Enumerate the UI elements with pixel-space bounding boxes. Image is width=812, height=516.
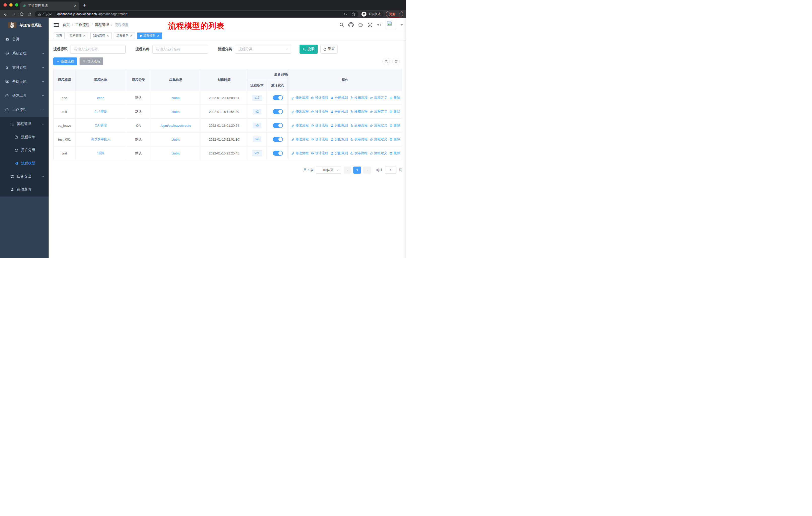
close-icon[interactable]: ✕ [107,34,109,37]
design-process-link[interactable]: 设计流程 [311,137,328,142]
sidebar-item-process-model[interactable]: 流程模型 [0,157,49,170]
reset-button[interactable]: 重置 [320,45,338,54]
home-button[interactable] [27,11,33,17]
breadcrumb-item[interactable]: 首页 [63,23,70,27]
app-logo[interactable]: 芋道管理系统 [0,18,49,32]
browser-tab[interactable]: 芋道管理系统 ✕ [20,1,79,10]
active-toggle[interactable] [273,151,283,156]
delete-process-link[interactable]: 删除 [389,96,400,100]
process-name-link[interactable]: 滔博 [97,151,104,155]
process-name-input[interactable] [152,45,208,54]
assign-rule-link[interactable]: 分配规则 [330,96,348,100]
font-size-icon[interactable]: ᴛT [377,23,381,27]
process-definition-link[interactable]: 流程定义 [370,137,387,142]
form-info-link[interactable]: biubiu [171,138,180,141]
form-info-link[interactable]: /bpm/oa/leave/create [161,124,191,128]
process-definition-link[interactable]: 流程定义 [370,123,387,128]
sidebar-item-devtools[interactable]: 研发工具 [0,89,49,103]
publish-process-link[interactable]: 发布流程 [350,151,368,156]
delete-process-link[interactable]: 删除 [389,151,400,156]
page-number-1[interactable]: 1 [353,166,361,173]
close-icon[interactable]: ✕ [130,34,133,37]
delete-process-link[interactable]: 删除 [389,109,400,114]
sidebar-item-home[interactable]: 首页 [0,32,49,46]
design-process-link[interactable]: 设计流程 [311,151,328,156]
tab-close-icon[interactable]: ✕ [74,4,77,7]
page-size-select[interactable]: 10条/页 [316,166,341,173]
process-name-link[interactable]: eeee [97,96,105,100]
refresh-table-button[interactable] [392,58,400,65]
publish-process-link[interactable]: 发布流程 [350,96,368,100]
tag-process-model[interactable]: 流程模型✕ [137,32,162,39]
search-button[interactable]: 搜索 [299,45,318,54]
prev-page-button[interactable]: ‹ [344,166,351,173]
avatar[interactable] [386,20,396,30]
design-process-link[interactable]: 设计流程 [311,109,328,114]
active-toggle[interactable] [273,95,283,100]
close-icon[interactable]: ✕ [157,34,159,37]
search-icon[interactable] [339,22,344,27]
process-definition-link[interactable]: 流程定义 [370,151,387,156]
tag-my-process[interactable]: 我的流程✕ [90,32,112,39]
sidebar-item-workflow[interactable]: 工作流程 [0,103,49,117]
next-page-button[interactable]: › [363,166,371,173]
bookmark-star-icon[interactable] [351,12,356,17]
form-info-link[interactable]: biubiu [171,110,180,114]
publish-process-link[interactable]: 发布流程 [350,137,368,142]
edit-process-link[interactable]: 修改流程 [291,137,309,142]
import-process-button[interactable]: 导入流程 [80,57,103,65]
assign-rule-link[interactable]: 分配规则 [330,137,348,142]
caret-down-icon[interactable] [401,24,403,26]
form-info-link[interactable]: biubiu [171,152,180,155]
reload-button[interactable] [19,11,25,17]
back-button[interactable] [2,11,8,17]
window-minimize-button[interactable] [9,3,12,6]
edit-process-link[interactable]: 修改流程 [291,151,309,156]
sidebar-item-process-form[interactable]: 流程表单 [0,131,49,144]
assign-rule-link[interactable]: 分配规则 [330,151,348,156]
breadcrumb-item[interactable]: 工作流程 [75,23,89,27]
browser-update-button[interactable]: 更新 ⋮ [386,11,403,18]
window-close-button[interactable] [3,3,7,6]
window-zoom-button[interactable] [15,3,18,6]
tag-tenant[interactable]: 租户管理✕ [67,32,88,39]
active-toggle[interactable] [273,109,283,114]
process-definition-link[interactable]: 流程定义 [370,109,387,114]
design-process-link[interactable]: 设计流程 [311,96,328,100]
sidebar-collapse-icon[interactable] [54,23,59,27]
sidebar-item-infra[interactable]: 基础设施 [0,75,49,89]
form-info-link[interactable]: biubiu [171,96,180,100]
sidebar-item-payment[interactable]: ¥ 支付管理 [0,60,49,75]
active-toggle[interactable] [273,137,283,142]
process-name-link[interactable]: 自己审批 [94,110,107,113]
assign-rule-link[interactable]: 分配规则 [330,123,348,128]
page-scrollbar[interactable] [403,18,406,258]
design-process-link[interactable]: 设计流程 [311,123,328,128]
process-key-input[interactable] [70,45,125,54]
sidebar-item-leave-query[interactable]: 请假查询 [0,183,49,196]
tag-home[interactable]: 首页 [54,32,65,39]
forward-button[interactable] [10,11,17,17]
fullscreen-icon[interactable] [368,22,373,27]
sidebar-item-process-mgmt[interactable]: 流程管理 [0,117,49,131]
browser-menu-icon[interactable]: ⋮ [398,12,401,16]
edit-process-link[interactable]: 修改流程 [291,123,309,128]
sidebar-item-task-mgmt[interactable]: 任务管理 [0,170,49,183]
security-chip[interactable]: 不安全 [38,12,52,17]
edit-process-link[interactable]: 修改流程 [291,109,309,114]
toggle-search-button[interactable] [382,58,390,65]
create-process-button[interactable]: 新建流程 [53,57,77,65]
new-tab-button[interactable]: + [83,2,86,8]
publish-process-link[interactable]: 发布流程 [350,123,368,128]
process-name-link[interactable]: OA 请假 [95,124,107,127]
process-definition-link[interactable]: 流程定义 [370,96,387,100]
address-bar[interactable]: 不安全 dashboard.yudao.iocoder.cn/bpm/manag… [35,11,358,17]
edit-process-link[interactable]: 修改流程 [291,96,309,100]
close-icon[interactable]: ✕ [83,34,86,37]
assign-rule-link[interactable]: 分配规则 [330,109,348,114]
goto-page-input[interactable] [385,166,397,173]
process-category-select[interactable]: 流程分类 [235,45,291,54]
active-toggle[interactable] [273,123,283,128]
delete-process-link[interactable]: 删除 [389,137,400,142]
delete-process-link[interactable]: 删除 [389,123,400,128]
